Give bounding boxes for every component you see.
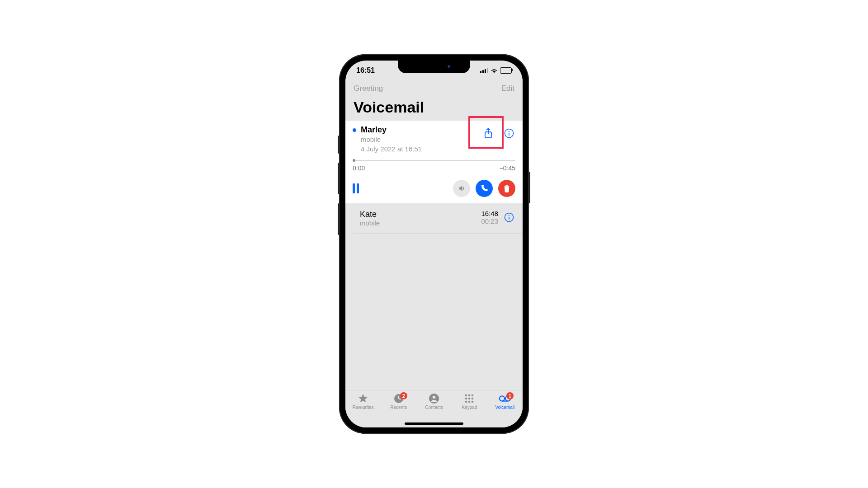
playback-scrubber[interactable] [353, 159, 515, 162]
svg-point-13 [472, 398, 474, 400]
unread-dot-icon [353, 128, 356, 132]
tab-label: Contacts [425, 405, 443, 410]
pause-button[interactable] [353, 183, 359, 193]
svg-point-9 [468, 394, 471, 397]
tab-label: Voicemail [495, 405, 514, 410]
wifi-icon [491, 68, 498, 73]
edit-button[interactable]: Edit [501, 84, 514, 93]
cellular-signal-icon [480, 68, 488, 73]
status-time: 16:51 [356, 66, 375, 75]
voicemail-caller-name: Marley [361, 125, 482, 135]
svg-point-14 [465, 401, 467, 403]
greeting-button[interactable]: Greeting [354, 84, 383, 93]
svg-point-11 [465, 398, 467, 400]
voicemail-duration: 00:23 [481, 217, 498, 225]
voicemail-caller-name: Kate [360, 210, 481, 219]
svg-point-7 [433, 396, 436, 399]
status-right [480, 67, 512, 74]
svg-point-17 [500, 396, 505, 401]
callback-button[interactable] [476, 180, 493, 197]
info-icon [504, 128, 514, 138]
svg-point-16 [472, 401, 474, 403]
phone-frame: 16:51 Greeting Edit Voicemail [339, 54, 529, 434]
navbar: Greeting Edit [345, 80, 523, 97]
tab-voicemail[interactable]: 1 Voicemail [487, 393, 523, 427]
keypad-icon [463, 393, 476, 404]
svg-point-15 [468, 401, 471, 403]
screen: 16:51 Greeting Edit Voicemail [345, 61, 523, 427]
home-indicator[interactable] [405, 422, 463, 425]
voicemail-item[interactable]: Kate mobile 16:48 00:23 [353, 203, 523, 234]
elapsed-time: 0:00 [353, 164, 365, 172]
page-title: Voicemail [345, 97, 523, 121]
svg-point-10 [472, 394, 474, 397]
svg-point-8 [465, 394, 467, 397]
delete-button[interactable] [498, 180, 515, 197]
remaining-time: −0:45 [500, 164, 515, 172]
share-icon [484, 128, 493, 139]
phone-icon [480, 184, 488, 192]
battery-icon [500, 67, 512, 74]
tab-label: Keypad [462, 405, 477, 410]
info-button[interactable] [503, 211, 515, 224]
voicemail-expanded-item: Marley mobile 4 July 2022 at 16:51 [345, 121, 523, 203]
tab-bar: Favourites 2 Recents Contacts Keypad 1 [345, 390, 523, 427]
speaker-button[interactable] [453, 180, 470, 197]
voicemail-line-label: mobile [360, 219, 481, 227]
notch [398, 61, 470, 73]
share-button[interactable] [482, 127, 495, 140]
tab-label: Recents [390, 405, 407, 410]
person-icon [428, 393, 440, 404]
voicemail-line-label: mobile [361, 136, 482, 143]
info-button[interactable] [503, 127, 515, 140]
star-icon [357, 393, 369, 404]
voicemail-date: 4 July 2022 at 16:51 [361, 145, 482, 153]
stage: 16:51 Greeting Edit Voicemail [0, 0, 868, 488]
tab-label: Favourites [353, 405, 374, 410]
svg-point-2 [509, 131, 509, 132]
recents-badge: 2 [400, 392, 407, 399]
speaker-icon [458, 184, 466, 192]
info-icon [504, 212, 514, 222]
tab-favourites[interactable]: Favourites [345, 393, 381, 427]
trash-icon [503, 184, 510, 192]
voicemail-badge: 1 [506, 392, 514, 399]
svg-point-4 [509, 215, 509, 216]
voicemail-time: 16:48 [481, 210, 498, 217]
svg-point-12 [468, 398, 471, 400]
